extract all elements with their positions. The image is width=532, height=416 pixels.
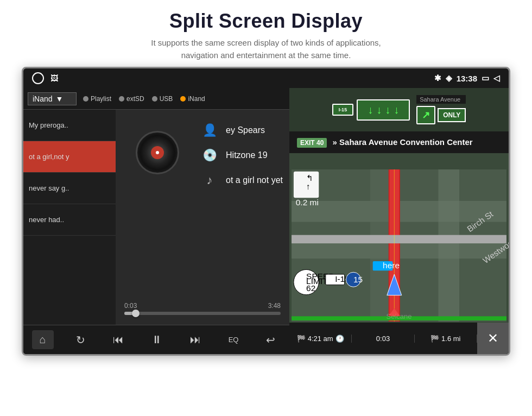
- inand-dot: [180, 96, 186, 102]
- vinyl-disc-inner: [151, 146, 164, 159]
- svg-text:↰: ↰: [306, 173, 313, 182]
- svg-text:↑: ↑: [306, 182, 311, 191]
- checkered-flag-2: 🏁: [430, 335, 439, 343]
- controls-bar: ⌂ ↻ ⏮ ⏸ ⏭ EQ ↩: [23, 325, 289, 354]
- svg-rect-7: [292, 235, 506, 243]
- bluetooth-icon: ✱: [434, 73, 441, 83]
- source-selector: iNand ▼ Playlist extSD USB: [23, 88, 289, 110]
- nav-distance-text: 1.6 mi: [441, 335, 460, 343]
- nav-duration-section: 0:03: [352, 335, 414, 343]
- player-area: 👤 ey Spears 💿 Hitzone 19 ♪ o: [116, 110, 289, 325]
- nav-distance-section: 🏁 1.6 mi: [415, 335, 477, 343]
- back-icon: ◁: [493, 73, 500, 83]
- status-right: ✱ ◈ 13:38 ▭ ◁: [434, 73, 500, 83]
- track-album: Hitzone 19: [226, 150, 268, 160]
- playlist-item-3[interactable]: never had..: [23, 204, 116, 236]
- highway-label: I-15: [339, 107, 347, 112]
- playlist-item-2[interactable]: never say g..: [23, 173, 116, 204]
- back-button[interactable]: ↩: [261, 330, 281, 350]
- playlist-item-1[interactable]: ot a girl,not y: [23, 141, 116, 173]
- source-tab-extsd[interactable]: extSD: [119, 95, 144, 103]
- progress-thumb: [132, 310, 140, 317]
- page-subtitle: It supports the same screen display of t…: [0, 37, 532, 61]
- time-current: 0:03: [124, 302, 137, 310]
- location-icon: ◈: [446, 73, 452, 83]
- checkered-flag-1: 🏁: [297, 335, 306, 343]
- track-artist: ey Spears: [226, 125, 265, 135]
- arrow1: ↓: [368, 104, 373, 116]
- time-display: 13:38: [457, 74, 477, 83]
- song-icon: ♪: [201, 172, 218, 189]
- progress-section: 0:03 3:48: [122, 299, 283, 318]
- next-button[interactable]: ⏭: [185, 330, 206, 349]
- source-tabs: Playlist extSD USB iNand: [83, 95, 205, 103]
- page-header: Split Screen Display It supports the sam…: [0, 0, 532, 67]
- arrow4: ↓: [394, 104, 399, 116]
- album-icon: 💿: [201, 147, 218, 164]
- playlist-dot: [83, 96, 88, 102]
- prev-button[interactable]: ⏮: [107, 330, 129, 349]
- svg-text:62: 62: [306, 283, 315, 293]
- status-bar: 🖼 ✱ ◈ 13:38 ▭ ◁: [23, 68, 509, 88]
- nav-instruction: EXIT 40 » Sahara Avenue Convention Cente…: [289, 131, 509, 153]
- svg-text:15: 15: [353, 275, 363, 284]
- source-tab-usb[interactable]: USB: [152, 95, 173, 103]
- usb-dot: [152, 96, 157, 102]
- usb-label: USB: [160, 95, 173, 103]
- extsd-dot: [119, 96, 124, 102]
- progress-bar[interactable]: [124, 312, 281, 315]
- home-button[interactable]: ⌂: [32, 330, 54, 349]
- arrival-time: 4:21 am: [308, 335, 333, 343]
- map-area: here ↰ ↑ 0.2 mi SPEED LIMIT 62 I-15: [289, 169, 509, 322]
- repeat-button[interactable]: ↻: [71, 330, 91, 350]
- home-circle-icon: [32, 72, 44, 84]
- source-tab-playlist[interactable]: Playlist: [83, 95, 111, 103]
- navigation-panel: I-15 ↓ ↓ ↓ ↓ Sahara Avenue ↗ ONLY: [289, 88, 509, 354]
- image-icon: 🖼: [50, 74, 58, 83]
- page-title: Split Screen Display: [0, 10, 532, 33]
- music-player-panel: iNand ▼ Playlist extSD USB: [23, 88, 289, 354]
- svg-text:0.2 mi: 0.2 mi: [296, 198, 319, 207]
- seicane-watermark: Seicane: [387, 312, 412, 320]
- extsd-label: extSD: [126, 95, 144, 103]
- exit-badge: EXIT 40: [297, 138, 327, 148]
- playlist: My preroga.. ot a girl,not y never say g…: [23, 110, 116, 325]
- time-labels: 0:03 3:48: [124, 302, 281, 310]
- track-artist-row: 👤 ey Spears: [201, 122, 283, 139]
- nav-bottom-bar: 🏁 4:21 am 🕐 0:03 🏁 1.6 mi ✕: [289, 323, 509, 354]
- eq-button[interactable]: EQ: [223, 332, 244, 347]
- nav-duration-text: 0:03: [376, 335, 390, 343]
- inand-label: iNand: [188, 95, 205, 103]
- highway-signs: I-15 ↓ ↓ ↓ ↓ Sahara Avenue ↗ ONLY: [289, 88, 509, 131]
- device-frame: 🖼 ✱ ◈ 13:38 ▭ ◁ iNand ▼ Playlist: [22, 67, 510, 356]
- arrow3: ↓: [385, 104, 390, 116]
- artist-icon: 👤: [201, 122, 218, 139]
- playlist-item-0[interactable]: My preroga..: [23, 110, 116, 141]
- close-button[interactable]: ✕: [477, 323, 509, 354]
- track-song: ot a girl not yet: [226, 175, 283, 185]
- nav-instruction-text: » Sahara Avenue Convention Center: [333, 137, 473, 147]
- playlist-label: Playlist: [91, 95, 111, 103]
- vinyl-disc: [136, 131, 179, 174]
- window-icon: ▭: [482, 73, 489, 83]
- svg-text:here: here: [383, 261, 400, 270]
- split-container: iNand ▼ Playlist extSD USB: [23, 88, 509, 354]
- source-tab-inand[interactable]: iNand: [180, 95, 205, 103]
- arrow2: ↓: [376, 104, 382, 116]
- playlist-container: My preroga.. ot a girl,not y never say g…: [23, 110, 289, 325]
- vinyl-disc-dot: [156, 151, 159, 154]
- track-album-row: 💿 Hitzone 19: [201, 147, 283, 164]
- track-song-row: ♪ ot a girl not yet: [201, 172, 283, 189]
- svg-rect-4: [438, 169, 459, 322]
- time-total: 3:48: [268, 302, 281, 310]
- pause-button[interactable]: ⏸: [146, 330, 168, 349]
- status-left: 🖼: [32, 72, 58, 84]
- source-dropdown[interactable]: iNand ▼: [28, 92, 77, 105]
- arrival-time-section: 🏁 4:21 am 🕐: [289, 335, 352, 343]
- map-svg: here ↰ ↑ 0.2 mi SPEED LIMIT 62 I-15: [289, 169, 509, 322]
- dropdown-chevron-icon: ▼: [56, 94, 64, 103]
- clock-icon: 🕐: [335, 335, 344, 343]
- source-dropdown-label: iNand: [33, 94, 53, 103]
